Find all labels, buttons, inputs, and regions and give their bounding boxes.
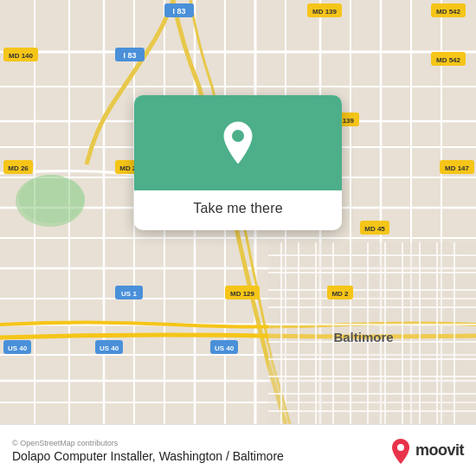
svg-text:I 83: I 83	[123, 51, 136, 60]
location-pin-icon	[219, 120, 257, 165]
popup-map-area	[134, 95, 342, 190]
svg-text:MD 139: MD 139	[312, 8, 338, 16]
svg-text:US 40: US 40	[100, 344, 119, 352]
bottom-left: © OpenStreetMap contributors Dolapo Comp…	[12, 439, 284, 463]
copyright-text: © OpenStreetMap contributors	[12, 439, 284, 447]
popup-card: Take me there	[134, 95, 342, 230]
svg-text:MD 45: MD 45	[364, 225, 385, 233]
svg-point-88	[232, 130, 244, 142]
svg-point-89	[397, 444, 404, 451]
map-container: I 83 I 83 MD 140 MD 139 MD 542 MD 26 MD …	[0, 0, 476, 424]
moovit-logo: moovit	[389, 438, 464, 464]
svg-text:I 83: I 83	[172, 7, 185, 16]
svg-text:MD 542: MD 542	[436, 8, 461, 16]
bottom-bar: © OpenStreetMap contributors Dolapo Comp…	[0, 424, 476, 476]
svg-text:MD 26: MD 26	[8, 164, 29, 172]
svg-text:MD 542: MD 542	[436, 56, 461, 64]
svg-text:US 40: US 40	[215, 344, 235, 352]
take-me-there-button[interactable]: Take me there	[183, 197, 293, 220]
moovit-text: moovit	[415, 441, 464, 460]
svg-text:MD 140: MD 140	[9, 52, 34, 60]
svg-text:Baltimore: Baltimore	[333, 330, 393, 344]
moovit-pin-icon	[389, 438, 412, 464]
svg-point-87	[16, 175, 85, 227]
svg-text:US 1: US 1	[121, 290, 137, 298]
svg-text:MD 147: MD 147	[445, 164, 470, 172]
svg-text:US 40: US 40	[8, 344, 28, 352]
location-title: Dolapo Computer Installer, Washington / …	[12, 449, 284, 463]
svg-text:MD 129: MD 129	[230, 290, 255, 298]
svg-text:MD 2: MD 2	[331, 290, 349, 298]
